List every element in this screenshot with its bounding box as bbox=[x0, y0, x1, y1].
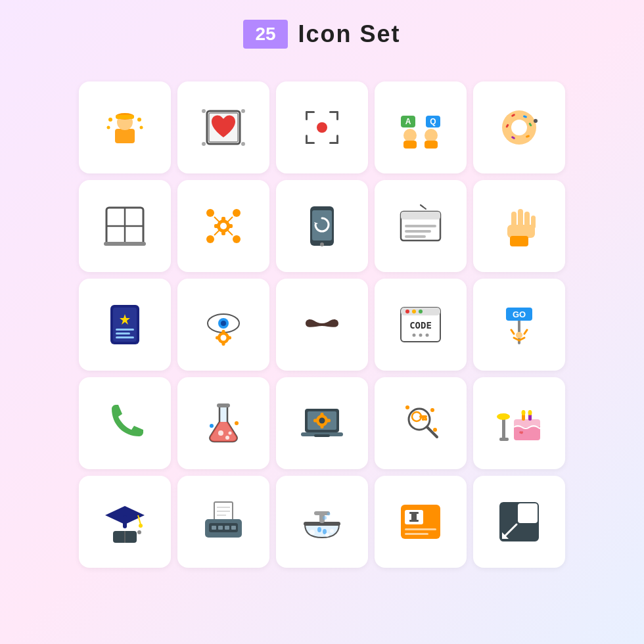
svg-rect-87 bbox=[227, 336, 231, 340]
icon-donut bbox=[473, 81, 565, 173]
svg-point-137 bbox=[522, 410, 526, 415]
svg-point-164 bbox=[323, 516, 327, 520]
svg-point-142 bbox=[139, 524, 143, 528]
icon-qa: A Q bbox=[375, 81, 467, 173]
svg-point-91 bbox=[412, 310, 416, 313]
svg-rect-78 bbox=[116, 336, 134, 338]
svg-rect-125 bbox=[425, 418, 427, 421]
svg-rect-15 bbox=[306, 111, 308, 120]
svg-point-83 bbox=[221, 335, 227, 341]
svg-rect-72 bbox=[510, 236, 528, 246]
icon-bathtub bbox=[276, 476, 368, 568]
svg-point-107 bbox=[225, 436, 229, 440]
svg-rect-174 bbox=[518, 503, 538, 523]
svg-rect-152 bbox=[212, 526, 216, 530]
icon-text-editor bbox=[375, 476, 467, 568]
svg-point-39 bbox=[534, 119, 538, 123]
svg-line-56 bbox=[214, 230, 219, 235]
svg-rect-169 bbox=[409, 512, 419, 514]
svg-point-114 bbox=[319, 418, 325, 424]
svg-point-90 bbox=[405, 310, 409, 313]
icon-mobile-refresh bbox=[276, 180, 368, 272]
svg-rect-67 bbox=[518, 209, 523, 227]
svg-point-94 bbox=[413, 334, 416, 337]
svg-point-127 bbox=[405, 405, 409, 409]
icon-code: CODE bbox=[375, 279, 467, 371]
svg-point-145 bbox=[137, 530, 141, 534]
svg-point-50 bbox=[206, 209, 214, 217]
svg-point-61 bbox=[320, 242, 324, 246]
svg-point-162 bbox=[330, 529, 334, 533]
icon-window bbox=[79, 180, 171, 272]
svg-point-6 bbox=[107, 126, 110, 129]
svg-point-106 bbox=[218, 430, 223, 436]
svg-point-11 bbox=[241, 109, 245, 113]
svg-point-92 bbox=[419, 310, 423, 313]
svg-rect-117 bbox=[313, 419, 317, 423]
svg-point-96 bbox=[426, 334, 429, 337]
svg-point-95 bbox=[419, 334, 423, 337]
icon-eye-gear bbox=[177, 279, 269, 371]
svg-point-12 bbox=[202, 142, 206, 146]
svg-rect-131 bbox=[499, 438, 509, 441]
icon-chemistry bbox=[177, 377, 269, 469]
icon-goal: GO bbox=[473, 279, 565, 371]
svg-rect-17 bbox=[336, 111, 338, 120]
svg-point-13 bbox=[241, 142, 245, 146]
svg-rect-124 bbox=[419, 415, 427, 418]
svg-rect-46 bbox=[221, 217, 225, 222]
svg-rect-76 bbox=[116, 329, 134, 331]
icon-mustache bbox=[276, 279, 368, 371]
svg-rect-48 bbox=[214, 224, 219, 228]
svg-point-165 bbox=[327, 513, 331, 516]
svg-point-5 bbox=[137, 118, 141, 122]
svg-rect-65 bbox=[405, 230, 431, 233]
svg-rect-0 bbox=[115, 129, 135, 143]
icon-engineer bbox=[79, 81, 171, 173]
svg-rect-126 bbox=[422, 418, 425, 421]
svg-point-159 bbox=[317, 527, 321, 532]
icon-browser bbox=[375, 180, 467, 272]
icon-target bbox=[276, 81, 368, 173]
svg-rect-86 bbox=[216, 336, 219, 340]
svg-point-100 bbox=[516, 332, 522, 338]
svg-point-163 bbox=[325, 533, 329, 537]
icon-birthday-cake bbox=[473, 377, 565, 469]
svg-rect-3 bbox=[116, 115, 134, 119]
svg-rect-64 bbox=[405, 225, 436, 227]
svg-line-54 bbox=[214, 217, 219, 222]
icon-settings-network bbox=[177, 180, 269, 272]
svg-line-103 bbox=[511, 330, 514, 334]
svg-point-32 bbox=[511, 120, 527, 135]
svg-point-128 bbox=[430, 408, 434, 412]
svg-point-53 bbox=[233, 235, 241, 243]
svg-point-23 bbox=[403, 129, 417, 142]
svg-rect-85 bbox=[222, 342, 225, 346]
icon-art-frame bbox=[177, 81, 269, 173]
svg-rect-153 bbox=[218, 526, 223, 530]
svg-rect-155 bbox=[231, 526, 236, 530]
svg-point-10 bbox=[202, 109, 206, 113]
icon-collapse bbox=[473, 476, 565, 568]
svg-point-138 bbox=[528, 410, 532, 415]
svg-point-109 bbox=[235, 421, 239, 425]
icon-laptop-settings bbox=[276, 377, 368, 469]
svg-rect-146 bbox=[214, 502, 233, 522]
svg-rect-43 bbox=[104, 242, 146, 246]
svg-rect-172 bbox=[405, 533, 428, 535]
svg-text:A: A bbox=[405, 117, 411, 126]
svg-rect-47 bbox=[221, 230, 225, 235]
svg-rect-19 bbox=[306, 135, 308, 144]
icon-graduation bbox=[79, 476, 171, 568]
icon-typewriter bbox=[177, 476, 269, 568]
svg-point-7 bbox=[140, 126, 143, 129]
svg-rect-84 bbox=[222, 330, 225, 334]
page-header: 25 Icon Set bbox=[243, 20, 400, 49]
icon-search-key bbox=[375, 377, 467, 469]
svg-line-55 bbox=[227, 217, 233, 222]
svg-point-161 bbox=[310, 530, 315, 535]
svg-point-51 bbox=[233, 209, 241, 217]
svg-rect-120 bbox=[314, 434, 330, 437]
svg-point-110 bbox=[210, 424, 214, 428]
svg-rect-171 bbox=[405, 528, 436, 530]
